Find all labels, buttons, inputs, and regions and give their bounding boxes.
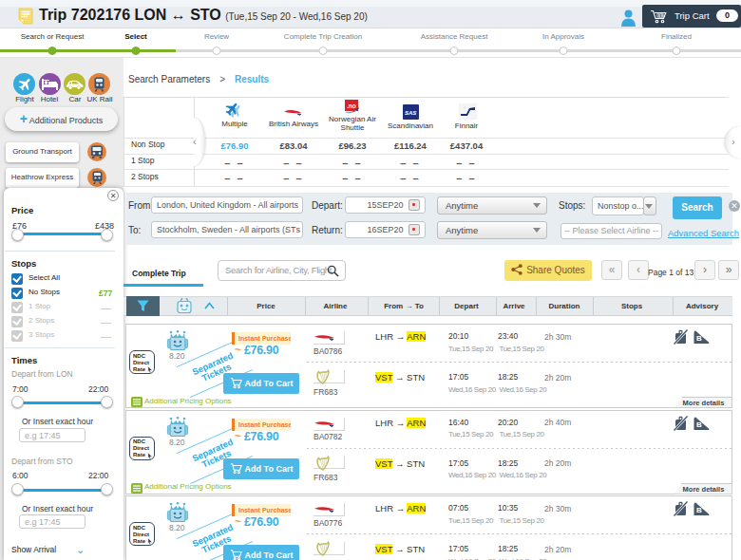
svg-text:B: B — [696, 334, 702, 343]
svg-text:.no: .no — [347, 103, 356, 109]
svg-text:SAS: SAS — [405, 110, 416, 116]
svg-text:B: B — [696, 420, 702, 429]
svg-text:B: B — [696, 506, 702, 514]
